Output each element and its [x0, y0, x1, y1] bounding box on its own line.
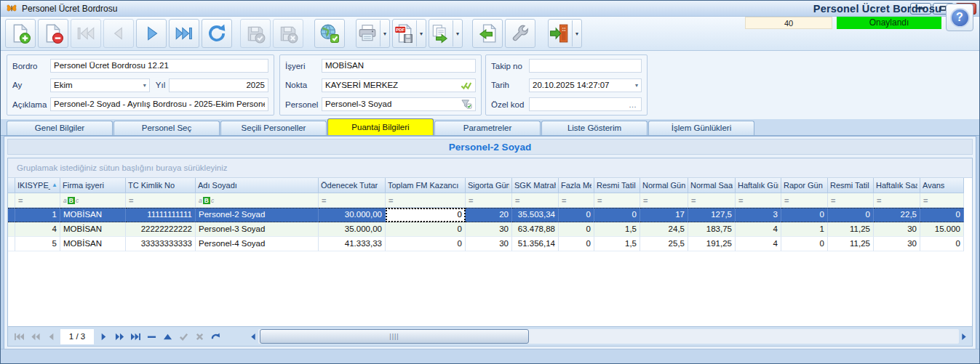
filter-cell-4[interactable]: = [319, 193, 386, 208]
cell-1-14[interactable]: 11,25 [828, 222, 874, 237]
cell-0-11[interactable]: 127,5 [688, 208, 736, 222]
bordro-field[interactable]: Personel Ücret Bordrosu 12.21 [50, 59, 268, 73]
cell-1-5[interactable]: 0 [386, 222, 466, 237]
web-approve-button[interactable] [314, 19, 345, 48]
print-button[interactable]: ▾ [356, 19, 390, 48]
tab-0[interactable]: Genel Bilgiler [7, 121, 113, 135]
column-header-15[interactable]: Haftalık Saat [874, 178, 920, 193]
scrollbar-track[interactable]: |||| [258, 329, 959, 344]
new-record-button[interactable] [5, 19, 36, 48]
filter-cell-1[interactable]: aBc [60, 193, 126, 208]
filter-cell-16[interactable]: = [920, 193, 964, 208]
column-header-10[interactable]: Normal Gün [640, 178, 688, 193]
column-header-16[interactable]: Avans [920, 178, 964, 193]
cell-0-13[interactable]: 0 [781, 208, 828, 222]
filter-check-icon[interactable] [461, 100, 472, 109]
cell-2-8[interactable]: 0 [559, 237, 594, 251]
column-header-12[interactable]: Haftalık Gün [736, 178, 781, 193]
cell-1-16[interactable]: 15.000 [920, 222, 964, 237]
copy-transfer-dropdown[interactable]: ▾ [453, 20, 462, 46]
cell-2-6[interactable]: 30 [466, 237, 512, 251]
cell-0-0[interactable]: 1 [15, 208, 60, 222]
tab-4[interactable]: Parametreler [434, 121, 541, 135]
cell-2-14[interactable]: 11,25 [828, 237, 874, 251]
delete-row-button[interactable] [143, 329, 159, 344]
filter-cell-13[interactable]: = [781, 193, 828, 208]
column-header-11[interactable]: Normal Saat [688, 178, 736, 193]
exit-button[interactable]: ▾ [548, 19, 582, 48]
cell-2-4[interactable]: 41.333,33 [319, 237, 386, 251]
table-row-1[interactable]: 4MOBİSAN22222222222Personel-3 Soyad35.00… [8, 222, 972, 237]
column-header-6[interactable]: Sigorta Günü [466, 178, 512, 193]
cell-0-16[interactable]: 0 [920, 208, 964, 222]
filter-cell-7[interactable]: = [512, 193, 559, 208]
ozel-kod-field[interactable]: … [529, 97, 642, 111]
nokta-field[interactable]: KAYSERİ MERKEZ [322, 78, 476, 92]
cell-0-3[interactable]: Personel-2 Soyad [196, 208, 319, 222]
column-header-2[interactable]: TC Kimlik No [126, 178, 196, 193]
cell-1-4[interactable]: 35.000,00 [319, 222, 386, 237]
exit-dropdown[interactable]: ▾ [572, 20, 581, 46]
cell-0-15[interactable]: 22,5 [874, 208, 920, 222]
cell-1-2[interactable]: 22222222222 [126, 222, 196, 237]
cell-0-1[interactable]: MOBİSAN [60, 208, 126, 222]
next-record-button[interactable] [136, 19, 167, 48]
delete-record-button[interactable] [38, 19, 68, 48]
cell-0-12[interactable]: 3 [736, 208, 781, 222]
column-header-4[interactable]: Ödenecek Tutar [319, 178, 386, 193]
import-button[interactable] [472, 19, 503, 48]
filter-cell-5[interactable]: = [386, 193, 466, 208]
export-pdf-button[interactable]: PDF▾ [392, 19, 426, 48]
cell-0-10[interactable]: 17 [640, 208, 688, 222]
cell-0-14[interactable]: 0 [828, 208, 874, 222]
page-next-button[interactable] [111, 329, 127, 344]
ay-select[interactable]: Ekim ▾ [50, 78, 150, 92]
tab-5[interactable]: Liste Gösterim [541, 121, 648, 135]
filter-cell-8[interactable]: = [559, 193, 594, 208]
help-button[interactable]: ? [946, 4, 973, 31]
cell-1-0[interactable]: 4 [15, 222, 60, 237]
filter-cell-14[interactable]: = [828, 193, 874, 208]
cell-1-9[interactable]: 1,5 [594, 222, 640, 237]
move-next-button[interactable] [95, 329, 111, 344]
cell-2-7[interactable]: 51.356,14 [512, 237, 559, 251]
collapse-button[interactable] [159, 329, 175, 344]
cell-0-7[interactable]: 35.503,34 [512, 208, 559, 222]
cell-0-5[interactable]: 0 [386, 208, 466, 222]
filter-cell-3[interactable]: aBc [196, 193, 319, 208]
tab-1[interactable]: Personel Seç [113, 121, 220, 135]
refresh-data-button[interactable] [207, 329, 223, 344]
scroll-right-icon[interactable] [959, 331, 969, 343]
column-header-13[interactable]: Rapor Gün [781, 178, 828, 193]
cell-0-9[interactable]: 0 [594, 208, 640, 222]
cell-2-9[interactable]: 1,5 [594, 237, 640, 251]
takip-field[interactable] [529, 59, 642, 73]
tab-6[interactable]: İşlem Günlükleri [648, 121, 754, 135]
filter-cell-15[interactable]: = [874, 193, 920, 208]
cell-0-4[interactable]: 30.000,00 [319, 208, 386, 222]
filter-cell-9[interactable]: = [594, 193, 640, 208]
settings-button[interactable] [505, 19, 535, 48]
cell-1-3[interactable]: Personel-3 Soyad [196, 222, 319, 237]
cell-0-2[interactable]: 11111111111 [126, 208, 196, 222]
cell-1-15[interactable]: 30 [874, 222, 920, 237]
aciklama-field[interactable]: Personel-2 Soyad - Ayrılış Bordrosu - 20… [50, 97, 268, 111]
column-header-1[interactable]: Firma işyeri [60, 178, 126, 193]
cell-0-6[interactable]: 20 [466, 208, 512, 222]
horizontal-scrollbar[interactable]: |||| [248, 329, 969, 344]
cell-2-15[interactable]: 30 [874, 237, 920, 251]
cell-2-10[interactable]: 25,5 [640, 237, 688, 251]
cell-2-11[interactable]: 191,25 [688, 237, 736, 251]
filter-cell-6[interactable]: = [466, 193, 512, 208]
isyeri-field[interactable]: MOBİSAN [322, 59, 476, 73]
cell-1-13[interactable]: 1 [781, 222, 828, 237]
cell-1-1[interactable]: MOBİSAN [60, 222, 126, 237]
cell-1-8[interactable]: 0 [559, 222, 594, 237]
column-header-5[interactable]: Toplam FM Kazancı [386, 178, 466, 193]
filter-cell-11[interactable]: = [688, 193, 736, 208]
cell-2-5[interactable]: 0 [386, 237, 466, 251]
tab-3[interactable]: Puantaj Bilgileri [327, 118, 434, 135]
filter-cell-10[interactable]: = [640, 193, 688, 208]
cell-2-0[interactable]: 5 [15, 237, 60, 251]
group-by-box[interactable]: Gruplamak istediğiniz sütun başlığını bu… [8, 158, 972, 178]
